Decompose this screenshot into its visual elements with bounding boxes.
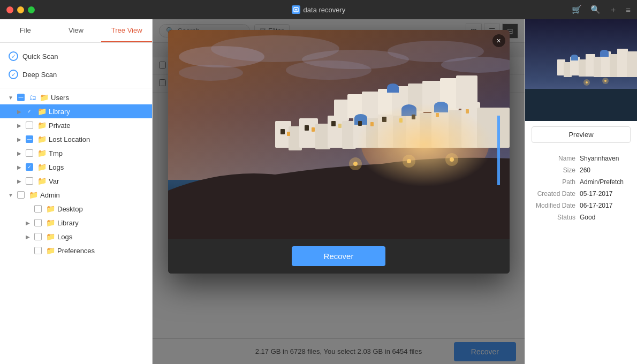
var-label: Var — [49, 177, 59, 185]
toggle-users[interactable]: ▼ — [6, 93, 15, 102]
folder-logs-icon: 📁 — [37, 163, 47, 171]
tab-view[interactable]: View — [51, 19, 102, 42]
tree-item-desktop[interactable]: ▶ 📁 Desktop — [0, 202, 152, 216]
tree-item-users[interactable]: ▼ 🗂 📁 Users — [0, 90, 152, 104]
preview-button[interactable]: Preview — [532, 126, 631, 143]
minimize-dot[interactable] — [17, 6, 24, 13]
right-panel: Preview Name Shyannhaven Size 260 Path A… — [525, 19, 637, 364]
preferences-label: Preferences — [57, 247, 95, 255]
svg-point-88 — [602, 78, 609, 84]
titlebar: data recovery 🛒 🔍 ＋ ≡ — [0, 0, 637, 19]
menu-icon[interactable]: ≡ — [626, 5, 631, 14]
lost-location-label: Lost Location — [49, 135, 90, 143]
svg-rect-82 — [571, 57, 578, 60]
folder-library2-icon: 📁 — [46, 218, 55, 227]
modal-recover-button[interactable]: Recover — [292, 246, 386, 266]
check-tmp[interactable] — [26, 149, 33, 157]
quick-scan-item[interactable]: Quick Scan — [0, 47, 152, 65]
meta-status-value: Good — [580, 214, 631, 221]
check-preferences[interactable] — [34, 247, 42, 254]
tree-item-logs[interactable]: ▶ 📁 Logs — [0, 160, 152, 174]
meta-created-row: Created Date 05-17-2017 — [532, 188, 631, 200]
folder-lost-icon: 📁 — [37, 135, 47, 143]
check-desktop[interactable] — [34, 205, 42, 213]
folder-private-icon: 📁 — [37, 121, 47, 130]
add-icon[interactable]: ＋ — [609, 5, 617, 15]
check-logs2[interactable] — [34, 233, 42, 240]
tree-items: ▼ 🗂 📁 Users ▶ 📁 Library ▶ 📁 Private — [0, 88, 152, 364]
toggle-library2[interactable]: ▶ — [24, 218, 32, 227]
deep-scan-label: Deep Scan — [22, 71, 57, 79]
app-icon — [292, 5, 300, 14]
toggle-tmp[interactable]: ▶ — [15, 149, 24, 157]
tree-item-var[interactable]: ▶ 📁 Var — [0, 174, 152, 188]
check-library[interactable] — [26, 108, 33, 115]
tree-item-lost-location[interactable]: ▶ 📁 Lost Location — [0, 132, 152, 146]
maximize-dot[interactable] — [28, 6, 35, 13]
folder-preferences-icon: 📁 — [46, 246, 55, 255]
folder-admin-icon: 📁 — [29, 191, 38, 199]
tmp-label: Tmp — [49, 149, 63, 157]
tab-tree-view[interactable]: Tree View — [101, 19, 152, 42]
meta-status-label: Status — [532, 214, 580, 221]
folder-tmp-icon: 📁 — [37, 149, 47, 157]
check-lost-location[interactable] — [26, 135, 33, 143]
meta-status-row: Status Good — [532, 211, 631, 223]
toggle-private[interactable]: ▶ — [15, 121, 24, 130]
toggle-admin[interactable]: ▼ — [6, 191, 15, 199]
toggle-library[interactable]: ▶ — [15, 107, 24, 116]
sidebar-tabs: File View Tree View — [0, 19, 152, 43]
svg-rect-70 — [525, 89, 637, 121]
svg-rect-84 — [600, 52, 609, 57]
preview-thumbnail — [525, 19, 637, 121]
cart-icon[interactable]: 🛒 — [572, 5, 582, 14]
check-private[interactable] — [26, 122, 33, 129]
svg-point-86 — [583, 79, 590, 86]
scan-items: Quick Scan Deep Scan — [0, 43, 152, 88]
folder-var-icon: 📁 — [37, 177, 47, 185]
tab-file[interactable]: File — [0, 19, 51, 42]
tree-item-private[interactable]: ▶ 📁 Private — [0, 118, 152, 132]
app-title-text: data recovery — [304, 6, 346, 14]
content-area: 🔍 ▽ Filter ⊞ ☰ ⊟ Name Size Path Date — [153, 19, 525, 364]
check-logs[interactable] — [26, 163, 33, 171]
deep-scan-check — [9, 70, 18, 79]
toggle-var[interactable]: ▶ — [15, 177, 24, 185]
library-label: Library — [49, 108, 70, 116]
tree-item-tmp[interactable]: ▶ 📁 Tmp — [0, 146, 152, 160]
window-controls — [6, 6, 35, 13]
meta-modified-label: Modified Date — [532, 202, 580, 209]
modal-image — [168, 30, 510, 239]
toggle-logs2[interactable]: ▶ — [24, 232, 32, 241]
toggle-lost-location[interactable]: ▶ — [15, 135, 24, 143]
check-users[interactable] — [17, 94, 25, 101]
meta-name-row: Name Shyannhaven — [532, 153, 631, 164]
tree-item-logs2[interactable]: ▶ 📁 Logs — [0, 230, 152, 244]
svg-rect-78 — [610, 54, 618, 77]
tree-item-library2[interactable]: ▶ 📁 Library — [0, 216, 152, 230]
meta-size-value: 260 — [580, 166, 631, 174]
check-admin[interactable] — [17, 191, 25, 199]
modal-close-button[interactable]: × — [492, 34, 505, 47]
check-library2[interactable] — [34, 219, 42, 226]
modal-footer: Recover — [168, 239, 510, 274]
close-dot[interactable] — [6, 6, 13, 13]
app-title: data recovery — [292, 5, 346, 14]
titlebar-actions: 🛒 🔍 ＋ ≡ — [572, 5, 631, 15]
deep-scan-item[interactable]: Deep Scan — [0, 65, 152, 84]
svg-rect-80 — [627, 51, 637, 77]
santorini-scene — [168, 30, 510, 239]
folder-library-icon: 📁 — [37, 107, 47, 116]
tree-item-library[interactable]: ▶ 📁 Library — [0, 104, 152, 118]
modal-overlay[interactable]: × — [153, 19, 525, 364]
tree-item-preferences[interactable]: ▶ 📁 Preferences — [0, 244, 152, 257]
folder-users-icon: 📁 — [40, 93, 49, 102]
search-icon[interactable]: 🔍 — [590, 5, 601, 14]
toggle-logs[interactable]: ▶ — [15, 163, 24, 171]
meta-name-label: Name — [532, 155, 580, 162]
check-var[interactable] — [26, 177, 33, 185]
tree-item-admin[interactable]: ▼ 📁 Admin — [0, 188, 152, 202]
svg-rect-79 — [617, 49, 628, 77]
metadata-table: Name Shyannhaven Size 260 Path Admin/Pre… — [525, 148, 637, 228]
main-area: File View Tree View Quick Scan Deep Scan… — [0, 19, 637, 364]
